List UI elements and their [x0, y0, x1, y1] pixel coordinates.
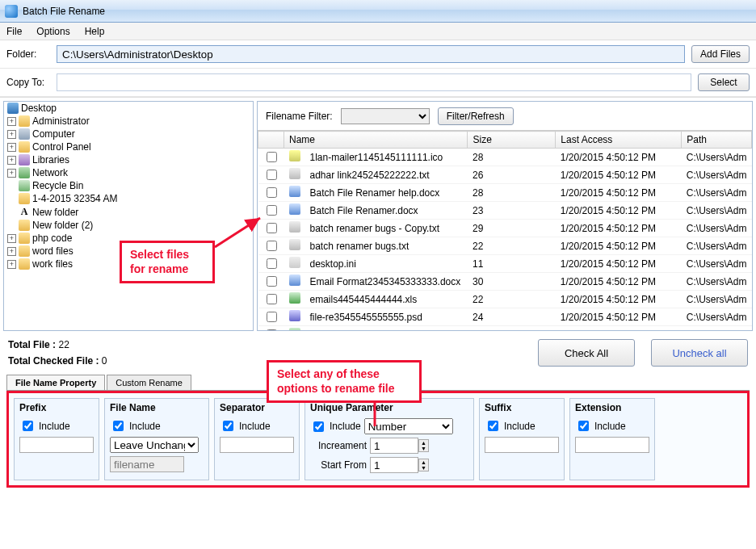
separator-include[interactable]: Include	[220, 418, 294, 434]
file-row[interactable]: InsertDataExcel7845845888888.xls321/20/2…	[258, 326, 752, 331]
col-size[interactable]: Size	[468, 132, 556, 149]
tree-root-label: Desktop	[21, 103, 57, 114]
file-last-cell: 1/20/2015 4:50:12 PM	[556, 273, 682, 291]
tab-custom-rename[interactable]: Custom Rename	[107, 375, 191, 390]
expand-toggle[interactable]: +	[7, 169, 16, 178]
expand-toggle[interactable]: +	[7, 260, 16, 269]
file-txt-icon	[289, 239, 300, 250]
tree-item[interactable]: +Computer	[4, 128, 253, 140]
tab-file-name-property[interactable]: File Name Property	[6, 375, 105, 390]
filter-select[interactable]	[341, 108, 430, 124]
expand-toggle	[7, 182, 16, 191]
folder-label: Folder:	[6, 48, 50, 60]
extension-include[interactable]: Include	[575, 418, 649, 434]
unique-include[interactable]: Include	[310, 419, 361, 434]
file-checkbox[interactable]	[267, 312, 277, 322]
file-size-cell: 30	[468, 273, 556, 291]
file-list[interactable]: Name Size Last Access Path 1lan-mailer11…	[258, 131, 752, 330]
menu-options[interactable]: Options	[36, 26, 69, 37]
col-path[interactable]: Path	[682, 132, 752, 149]
suffix-title: Suffix	[485, 402, 559, 413]
separator-input[interactable]	[220, 437, 294, 453]
tree-item[interactable]: +Network	[4, 166, 253, 179]
prefix-input[interactable]	[19, 437, 94, 453]
copyto-label: Copy To:	[6, 77, 50, 88]
increment-spinner[interactable]: ▲▼	[418, 439, 429, 452]
add-files-button[interactable]: Add Files	[691, 45, 750, 63]
file-txt-icon	[289, 221, 300, 233]
folder-icon	[19, 193, 30, 204]
file-row[interactable]: file-re3545545555555.psd241/20/2015 4:50…	[258, 308, 752, 326]
col-name[interactable]: Name	[284, 132, 468, 149]
file-panel: Filename Filter: Filter/Refresh Name Siz…	[257, 101, 753, 331]
file-row[interactable]: desktop.ini111/20/2015 4:50:12 PMC:\User…	[258, 255, 752, 273]
file-last-cell: 1/20/2015 4:50:12 PM	[556, 220, 682, 237]
file-row[interactable]: batch renamer bugs.txt221/20/2015 4:50:1…	[258, 237, 752, 255]
select-button[interactable]: Select	[698, 73, 750, 91]
folder-icon	[19, 233, 30, 244]
file-checkbox[interactable]	[267, 329, 277, 330]
file-checkbox[interactable]	[267, 170, 277, 180]
file-path-cell: C:\Users\Adm	[682, 166, 752, 184]
folder-path-input[interactable]	[57, 45, 685, 63]
file-checkbox[interactable]	[267, 152, 277, 162]
startfrom-spinner[interactable]: ▲▼	[418, 459, 429, 471]
prefix-include[interactable]: Include	[19, 418, 94, 434]
file-row[interactable]: emails445445444444.xls221/20/2015 4:50:1…	[258, 291, 752, 308]
app-icon	[5, 5, 18, 18]
file-xls-icon	[289, 328, 300, 330]
window-title: Batch File Rename	[23, 6, 105, 17]
file-name-cell: batch renamer bugs.txt	[305, 237, 468, 255]
arrow-icon	[212, 212, 268, 252]
expand-toggle[interactable]: +	[7, 143, 16, 152]
expand-toggle[interactable]: +	[7, 130, 16, 139]
uncheck-all-button[interactable]: Uncheck all	[651, 339, 748, 367]
tree-item-label: Libraries	[32, 154, 69, 166]
file-checkbox[interactable]	[267, 258, 277, 269]
col-last[interactable]: Last Access	[556, 132, 682, 149]
file-path-cell: C:\Users\Adm	[682, 291, 752, 308]
menu-file[interactable]: File	[6, 26, 22, 37]
tree-item-label: 1-4-2015 32354 AM	[32, 193, 117, 204]
tree-item[interactable]: 1-4-2015 32354 AM	[4, 192, 253, 205]
file-row[interactable]: batch renamer bugs - Copy.txt291/20/2015…	[258, 220, 752, 237]
file-last-cell: 1/20/2015 4:50:12 PM	[556, 326, 682, 331]
file-last-cell: 1/20/2015 4:50:12 PM	[556, 291, 682, 308]
file-checkbox[interactable]	[267, 276, 277, 287]
check-all-button[interactable]: Check All	[538, 339, 635, 367]
file-checkbox[interactable]	[267, 294, 277, 304]
file-row[interactable]: Email Format2345345333333.docx301/20/201…	[258, 273, 752, 291]
file-size-cell: 32	[468, 326, 556, 331]
file-row[interactable]: Batch File Renamer help.docx281/20/2015 …	[258, 184, 752, 202]
tree-root[interactable]: Desktop	[4, 102, 253, 115]
expand-toggle[interactable]: +	[7, 156, 16, 165]
copyto-path-input[interactable]	[57, 73, 691, 91]
tree-item[interactable]: +Libraries	[4, 153, 253, 166]
tree-item[interactable]: +Control Panel	[4, 140, 253, 153]
menu-help[interactable]: Help	[85, 26, 105, 37]
filename-mode-select[interactable]: Leave Unchange	[110, 437, 199, 453]
filename-include[interactable]: Include	[110, 418, 204, 434]
file-name-cell: file-re3545545555555.psd	[305, 308, 468, 326]
filter-refresh-button[interactable]: Filter/Refresh	[438, 107, 514, 125]
expand-toggle[interactable]: +	[7, 234, 16, 243]
expand-toggle[interactable]: +	[7, 117, 16, 126]
tree-item[interactable]: Recycle Bin	[4, 179, 253, 192]
file-checkbox[interactable]	[267, 187, 277, 198]
tree-item[interactable]: +Administrator	[4, 115, 253, 128]
expand-toggle[interactable]: +	[7, 247, 16, 256]
desktop-icon	[7, 103, 19, 114]
file-path-cell: C:\Users\Adm	[682, 149, 752, 166]
startfrom-input[interactable]	[370, 457, 418, 473]
suffix-include[interactable]: Include	[485, 418, 559, 434]
folder-icon	[19, 141, 30, 153]
file-name-cell: Email Format2345345333333.docx	[305, 273, 468, 291]
file-last-cell: 1/20/2015 4:50:12 PM	[556, 202, 682, 220]
suffix-input[interactable]	[485, 437, 559, 453]
file-row[interactable]: 1lan-mailer1145145111111.ico281/20/2015 …	[258, 149, 752, 166]
filename-text-input[interactable]	[110, 456, 184, 472]
increment-input[interactable]	[370, 438, 418, 454]
file-row[interactable]: adhar link245245222222.txt261/20/2015 4:…	[258, 166, 752, 184]
file-row[interactable]: Batch File Renamer.docx231/20/2015 4:50:…	[258, 202, 752, 220]
extension-input[interactable]	[575, 437, 649, 453]
